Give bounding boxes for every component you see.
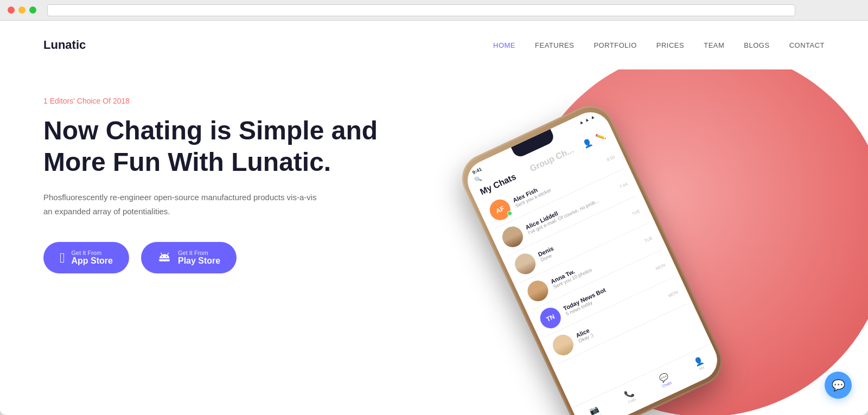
phone-shell: 9:41 ▲ ▲ ▲ 🔍 My Chats [454,98,730,415]
nav-team[interactable]: TEAM [704,41,724,49]
search-icon: 🔍 [474,175,482,183]
app-store-large-label: App Store [72,256,113,266]
phone-mockup: 9:41 ▲ ▲ ▲ 🔍 My Chats [462,117,755,415]
hero-title-line2: More Fun With Lunatic. [43,148,331,176]
traffic-lights [8,7,36,14]
hero-description: Phosfluorescently re-engineer open-sourc… [43,190,326,218]
avatar-news-bot: TN [537,304,564,331]
online-indicator [507,210,513,216]
play-store-text: Get It From Play Store [178,250,220,266]
nav: HOME FEATURES PORTFOLIO PRICES TEAM BLOG… [493,41,825,49]
avatar-alice-liddell [499,223,526,250]
app-store-button[interactable]:  Get It From App Store [43,242,129,273]
app-window: Lunatic HOME FEATURES PORTFOLIO PRICES T… [0,0,868,415]
cta-buttons:  Get It From App Store [43,242,473,273]
avatar-alice2 [550,331,577,359]
phone-bottom-tabs: 📷 Photo 📞 Calls 💬 Chats [572,343,724,415]
apple-icon:  [60,251,65,265]
minimize-button[interactable] [18,7,25,14]
chat-time-news-bot: MON [655,263,666,271]
url-bar[interactable] [47,4,795,16]
tab-calls[interactable]: 📞 Calls [623,388,637,404]
close-button[interactable] [8,7,15,14]
fab-chat-icon: 💬 [832,379,845,392]
phone-screen: 9:41 ▲ ▲ ▲ 🔍 My Chats [461,106,724,415]
app-store-small-label: Get It From [72,250,113,256]
avatar-anna [524,277,551,304]
header: Lunatic HOME FEATURES PORTFOLIO PRICES T… [0,21,868,69]
avatar-initials-alex: AF [495,205,506,215]
nav-prices[interactable]: PRICES [656,41,684,49]
tab-me-label: Me [699,365,705,371]
nav-blogs[interactable]: BLOGS [744,41,769,49]
play-store-button[interactable]: Get It From Play Store [141,242,237,273]
nav-portfolio[interactable]: PORTFOLIO [593,41,636,49]
tab-chats[interactable]: 💬 Chats [658,372,672,388]
photo-tab-icon: 📷 [588,404,600,415]
play-store-large-label: Play Store [178,256,220,266]
tab-photo[interactable]: 📷 Photo [588,404,602,415]
play-store-small-label: Get It From [178,250,220,256]
hero-title: Now Chating is Simple and More Fun With … [43,115,380,177]
hero-section: 1 Editors' Choice Of 2018 Now Chating is… [0,69,868,415]
chat-time-alice-liddell: 7:44 [618,181,628,189]
hero-right: 9:41 ▲ ▲ ▲ 🔍 My Chats [473,80,825,415]
avatar-alex: AF [486,196,513,224]
fullscreen-button[interactable] [29,7,36,14]
nav-contact[interactable]: CONTACT [789,41,825,49]
compose-icon[interactable]: ✏️ [595,131,607,143]
chat-time-alex: 8:50 [606,154,616,162]
avatar-initials-tn: TN [545,312,556,323]
logo: Lunatic [43,38,86,52]
chat-time-denis: TUE [631,208,641,216]
nav-features[interactable]: FEATURES [535,41,574,49]
editors-choice-label: 1 Editors' Choice Of 2018 [43,97,473,105]
profile-icon[interactable]: 👤 [581,137,593,149]
android-icon [157,250,171,266]
page-content: Lunatic HOME FEATURES PORTFOLIO PRICES T… [0,21,868,415]
avatar-denis [512,250,539,277]
app-store-text: Get It From App Store [72,250,113,266]
tab-me[interactable]: 👤 Me [693,355,707,372]
chat-time-alice2: MON [667,289,679,298]
chat-time-anna: TUE [643,235,653,244]
hero-title-line1: Now Chating is Simple and [43,116,378,145]
fab-chat-button[interactable]: 💬 [825,372,852,399]
nav-home[interactable]: HOME [493,41,515,49]
hero-left: 1 Editors' Choice Of 2018 Now Chating is… [43,80,473,273]
titlebar [0,0,868,21]
